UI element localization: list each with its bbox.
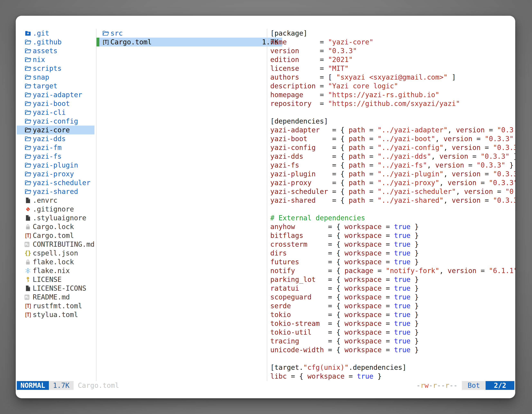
parent-item[interactable]: yazi-dds bbox=[17, 135, 95, 143]
preview-line bbox=[270, 205, 515, 213]
parent-item[interactable]: M↓CONTRIBUTING.md bbox=[17, 240, 95, 249]
parent-item[interactable]: yazi-fm bbox=[17, 143, 95, 152]
file-icon bbox=[25, 197, 33, 204]
item-label: yazi-adapter bbox=[33, 90, 82, 99]
item-label: flake.lock bbox=[33, 258, 74, 266]
preview-line: parking_lot = { workspace = true } bbox=[270, 275, 515, 284]
preview-line: [package] bbox=[270, 29, 515, 38]
preview-line: name = "yazi-core" bbox=[270, 38, 515, 47]
parent-item[interactable]: yazi-cli bbox=[17, 108, 95, 117]
hovered-file-name: Cargo.toml bbox=[78, 381, 119, 390]
item-label: yazi-fs bbox=[33, 152, 62, 161]
folder-open-icon bbox=[25, 135, 33, 142]
folder-open-icon bbox=[25, 162, 33, 169]
file-icon bbox=[25, 215, 33, 221]
parent-item[interactable]: {}cspell.json bbox=[17, 249, 95, 258]
item-label: yazi-plugin bbox=[33, 161, 78, 170]
item-label: yazi-fm bbox=[33, 143, 62, 152]
item-label: yazi-shared bbox=[33, 187, 78, 196]
parent-item[interactable]: yazi-boot bbox=[17, 99, 95, 108]
scroll-position-badge: Bot bbox=[462, 381, 486, 390]
toml-icon: [T] bbox=[25, 301, 33, 310]
parent-item[interactable]: scripts bbox=[17, 64, 95, 73]
parent-item[interactable]: nix bbox=[17, 55, 95, 64]
preview-line: [dependencies] bbox=[270, 117, 515, 125]
parent-pane: .git.githubassetsnixscriptssnaptargetyaz… bbox=[16, 29, 96, 319]
parent-item[interactable]: Cargo.lock bbox=[17, 222, 95, 231]
file-row[interactable]: src bbox=[96, 29, 282, 38]
git-diamond-icon bbox=[25, 206, 33, 212]
parent-item[interactable]: target bbox=[17, 82, 95, 90]
item-label: yazi-scheduler bbox=[33, 178, 90, 187]
parent-item[interactable]: M↓README.md bbox=[17, 293, 95, 301]
status-bar: NORMAL 1.7K Cargo.toml -rw-r--r-- Bot 2/… bbox=[17, 381, 514, 390]
item-label: cspell.json bbox=[33, 249, 78, 258]
lock-icon bbox=[25, 223, 33, 230]
item-label: LICENSE bbox=[33, 275, 62, 284]
folder-open-icon bbox=[25, 118, 33, 125]
item-label: .envrc bbox=[33, 196, 57, 205]
item-label: assets bbox=[33, 47, 57, 55]
preview-line: yazi-plugin = { path = "../yazi-plugin",… bbox=[270, 170, 515, 178]
preview-line: description = "Yazi core logic" bbox=[270, 82, 515, 90]
key-icon bbox=[25, 276, 33, 283]
parent-item[interactable]: yazi-core bbox=[17, 125, 95, 135]
item-label: yazi-core bbox=[33, 125, 70, 135]
parent-item[interactable]: yazi-config bbox=[17, 117, 95, 125]
parent-item[interactable]: .git bbox=[17, 29, 95, 38]
item-label: flake.nix bbox=[33, 266, 70, 275]
preview-line bbox=[270, 108, 515, 117]
parent-item[interactable]: yazi-plugin bbox=[17, 161, 95, 170]
item-label: .git bbox=[33, 29, 49, 38]
mode-badge: NORMAL bbox=[17, 381, 49, 390]
hover-marker bbox=[96, 38, 99, 47]
item-label: yazi-cli bbox=[33, 108, 66, 117]
file-icon bbox=[25, 285, 33, 292]
file-row[interactable]: [T]Cargo.toml1.7K bbox=[96, 38, 282, 47]
pane-separator bbox=[267, 29, 267, 381]
parent-item[interactable]: yazi-shared bbox=[17, 187, 95, 196]
pane-separator bbox=[96, 29, 96, 381]
parent-item[interactable]: LICENSE bbox=[17, 275, 95, 284]
item-label: CONTRIBUTING.md bbox=[33, 240, 95, 249]
parent-item[interactable]: yazi-scheduler bbox=[17, 178, 95, 187]
parent-item[interactable]: .gitignore bbox=[17, 205, 95, 213]
item-label: target bbox=[33, 82, 57, 90]
parent-item[interactable]: flake.lock bbox=[17, 258, 95, 266]
parent-item[interactable]: yazi-adapter bbox=[17, 90, 95, 99]
preview-line: notify = { package = "notify-fork", vers… bbox=[270, 266, 515, 275]
parent-item[interactable]: [T]stylua.toml bbox=[17, 310, 95, 319]
parent-item[interactable]: [T]Cargo.toml bbox=[17, 231, 95, 240]
md-icon: M↓ bbox=[25, 242, 33, 247]
parent-item[interactable]: flake.nix bbox=[17, 266, 95, 275]
preview-line: yazi-config = { path = "../yazi-config",… bbox=[270, 143, 515, 152]
preview-line: crossterm = { workspace = true } bbox=[270, 240, 515, 249]
item-label: scripts bbox=[33, 64, 62, 73]
parent-item[interactable]: snap bbox=[17, 73, 95, 82]
parent-item[interactable]: .envrc bbox=[17, 196, 95, 205]
nix-icon bbox=[25, 267, 33, 274]
parent-item[interactable]: .styluaignore bbox=[17, 213, 95, 222]
item-label: yazi-proxy bbox=[33, 170, 74, 178]
folder-open-icon bbox=[25, 109, 33, 116]
item-label: README.md bbox=[33, 293, 70, 301]
parent-item[interactable]: assets bbox=[17, 47, 95, 55]
preview-line: ratatui = { workspace = true } bbox=[270, 284, 515, 293]
parent-item[interactable]: yazi-fs bbox=[17, 152, 95, 161]
preview-line: anyhow = { workspace = true } bbox=[270, 222, 515, 231]
parent-item[interactable]: yazi-proxy bbox=[17, 170, 95, 178]
item-label: Cargo.toml bbox=[110, 38, 152, 47]
preview-line: yazi-dds = { path = "../yazi-dds", versi… bbox=[270, 152, 515, 161]
parent-item[interactable]: LICENSE-ICONS bbox=[17, 284, 95, 293]
preview-line: homepage = "https://yazi-rs.github.io" bbox=[270, 90, 515, 99]
folder-open-icon bbox=[25, 188, 33, 195]
item-label: rustfmt.toml bbox=[33, 301, 82, 310]
preview-line: license = "MIT" bbox=[270, 64, 515, 73]
parent-item[interactable]: .github bbox=[17, 38, 95, 47]
folder-open-icon bbox=[25, 127, 33, 133]
preview-pane: [package]name = "yazi-core"version = "0.… bbox=[270, 29, 515, 381]
preview-line: scopeguard = { workspace = true } bbox=[270, 293, 515, 301]
parent-item[interactable]: [T]rustfmt.toml bbox=[17, 301, 95, 310]
item-label: .gitignore bbox=[33, 205, 74, 213]
folder-open-icon bbox=[25, 144, 33, 151]
